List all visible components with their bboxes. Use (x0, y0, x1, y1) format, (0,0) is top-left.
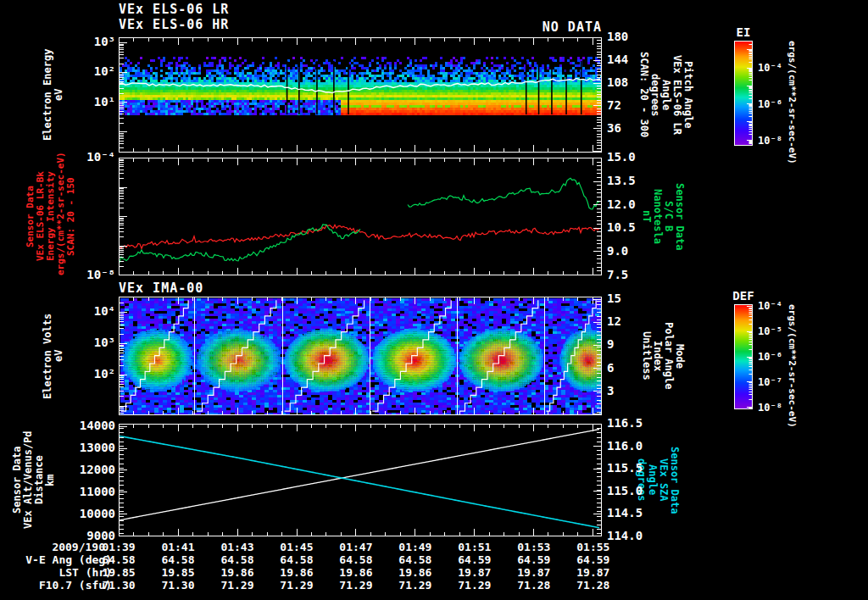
table-cell-value: 64.58 (390, 554, 441, 566)
panel4-right-tick-label: 116.0 (607, 440, 658, 452)
panel3-right-label-line: Unitless (641, 297, 652, 415)
colorbar1-unit-text: ergs/(cm**2-sr-sec-eV) (787, 41, 798, 146)
panel3-right-label-line: Mode (674, 297, 685, 415)
panel4-left-axis-label: Sensor DataVEx Alt/Venus/PdDistancekm (12, 424, 56, 536)
panel1-right-tick-label: 144 (607, 53, 658, 65)
panel4-right-tick-label: 115.0 (607, 485, 658, 497)
table-cell-value: 19.85 (93, 567, 144, 579)
colorbar2-unit-text: ergs/(cm**2-sr-sec-eV) (787, 304, 798, 409)
table-cell-value: 64.59 (509, 554, 559, 566)
panel2-left-axis-label: Sensor DataVEx ELS-06 LR-BkEnergy Intens… (25, 158, 76, 275)
table-cell-value: 71.29 (449, 580, 500, 592)
table-cell-value: 19.87 (568, 567, 619, 579)
panel1-right-label-line: SCAN: 20 - 300 (638, 34, 649, 156)
colorbar1-title: EI (727, 26, 760, 38)
table-cell-value: 71.29 (212, 580, 263, 592)
table-cell-value: 64.59 (449, 554, 500, 566)
table-cell-value: 64.58 (153, 554, 203, 566)
panel3-right-tick-label: 6 (607, 362, 658, 374)
panel3-right-tick-label: 9 (607, 338, 658, 350)
table-cell-value: 71.29 (331, 580, 381, 592)
colorbar2-tick-label: 10⁻⁸ (758, 403, 782, 413)
panel3-right-label-line: Index (652, 297, 663, 415)
panel3-left-tick-label: 10⁴ (73, 305, 115, 317)
colorbar1-tick-label: 10⁻⁶ (758, 99, 782, 109)
intensity-bfield-canvas (119, 158, 602, 275)
colorbar1-tick-label: 10⁻⁸ (758, 136, 782, 146)
panel4-right-tick-label: 116.5 (607, 417, 658, 429)
ima-spectrogram-canvas (119, 297, 602, 415)
colorbar2-tick-label: 10⁻⁶ (758, 352, 782, 362)
table-cell-value: 19.86 (390, 567, 441, 579)
table-cell-value: 19.85 (153, 567, 203, 579)
panel1-left-label-line: eV (53, 37, 64, 153)
no-data-label: NO DATA (509, 20, 602, 35)
plot-title-line1: VEx ELS-06 LR (119, 3, 229, 17)
els-spectrogram-canvas (119, 37, 602, 153)
panel4-right-tick-label: 115.5 (607, 462, 658, 474)
time-tick-label: 01:45 (271, 542, 322, 553)
table-cell-value: 71.29 (271, 580, 322, 592)
panel3-right-tick-label: 3 (607, 385, 658, 397)
panel3-left-tick-label: 10³ (73, 336, 115, 348)
ima-panel-title: VEx IMA-00 (119, 281, 203, 296)
panel3-left-axis-label: Electron VoltseV (42, 297, 64, 415)
table-cell-value: 19.86 (271, 567, 322, 579)
table-cell-value: 19.86 (212, 567, 263, 579)
panel2-right-label-line: Sensor Data (674, 158, 685, 275)
time-tick-label: 01:53 (509, 542, 559, 553)
panel1-right-label-line: degrees (649, 34, 660, 156)
table-cell-value: 71.30 (93, 580, 144, 592)
panel3-right-axis-label: ModePolar AngleIndexUnitless (641, 297, 685, 415)
panel2-right-tick-label: 7.5 (607, 269, 658, 281)
panel1-right-label-line: Pitch Angle (682, 34, 693, 156)
colorbar2-tick-label: 10⁻⁵ (758, 326, 782, 336)
time-tick-label: 01:47 (331, 542, 381, 553)
panel1-right-tick-label: 180 (607, 31, 658, 42)
panel1-left-axis-label: Electron EnergyeV (42, 37, 64, 153)
panel2-right-tick-label: 15.0 (607, 151, 658, 163)
panel1-left-tick-label: 10² (73, 65, 115, 77)
panel3-left-tick-label: 10² (73, 368, 115, 380)
table-cell-value: 64.58 (212, 554, 263, 566)
panel4-left-tick-label: 14000 (66, 419, 115, 431)
panel4-right-tick-label: 114.5 (607, 507, 658, 519)
time-tick-label: 01:39 (93, 542, 144, 553)
panel1-left-tick-label: 10¹ (73, 96, 115, 108)
panel1-right-tick-label: 72 (607, 99, 658, 111)
panel4-left-tick-label: 13000 (66, 442, 115, 453)
table-cell-value: 71.30 (153, 580, 203, 592)
colorbar1-ei (734, 41, 753, 146)
panel1-right-tick-label: 108 (607, 76, 658, 88)
panel4-left-tick-label: 11000 (66, 486, 115, 497)
time-tick-label: 01:41 (153, 542, 203, 553)
table-cell-value: 71.28 (568, 580, 619, 592)
panel4-right-label-line: VEx SZA (658, 424, 669, 536)
table-cell-value: 64.59 (568, 554, 619, 566)
vex-cdaweb-plot-screen: VEx ELS-06 LR VEx ELS-06 HR NO DATA VEx … (0, 0, 868, 600)
panel3-left-label-line: eV (53, 297, 64, 415)
panel1-right-label-line: VEx ELS-06 LR (671, 34, 682, 156)
table-cell-value: 19.87 (509, 567, 559, 579)
panel4-left-label-line: km (45, 424, 56, 536)
panel2-left-label-line: SCAN: 20 - 150 (66, 158, 76, 275)
panel2-right-tick-label: 9.0 (607, 245, 658, 257)
panel4-left-tick-label: 9000 (66, 530, 115, 542)
panel2-right-tick-label: 13.5 (607, 175, 658, 186)
time-tick-label: 01:43 (212, 542, 263, 553)
table-cell-value: 71.28 (509, 580, 559, 592)
panel1-right-label-line: Angle (660, 34, 671, 156)
time-tick-label: 01:55 (568, 542, 619, 553)
colorbar2-unit: ergs/(cm**2-sr-sec-eV) (787, 304, 798, 409)
panel2-left-tick-label: 10⁻⁸ (73, 269, 115, 281)
panel4-right-tick-label: 114.0 (607, 530, 658, 542)
colorbar2-tick-label: 10⁻⁷ (758, 377, 782, 387)
panel3-right-label-line: Polar Angle (663, 297, 674, 415)
colorbar2-def (734, 304, 753, 409)
ephemeris-canvas (119, 424, 602, 536)
panel2-left-tick-label: 10⁻⁴ (73, 151, 115, 163)
panel4-left-tick-label: 10000 (66, 508, 115, 519)
colorbar2-tick-label: 10⁻⁴ (758, 301, 782, 311)
table-cell-value: 64.58 (93, 554, 144, 566)
table-cell-value: 19.87 (449, 567, 500, 579)
